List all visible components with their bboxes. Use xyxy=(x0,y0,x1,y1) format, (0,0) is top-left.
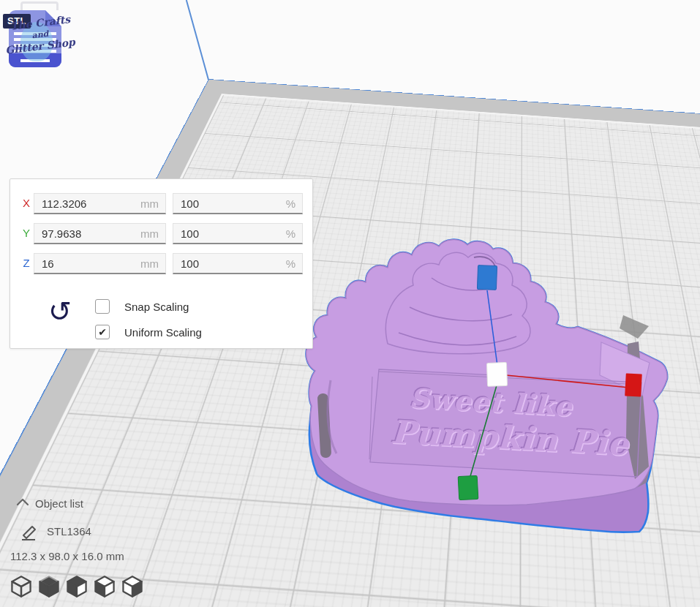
scale-z-mm-unit: mm xyxy=(140,257,159,270)
scale-y-mm-value: 97.9638 xyxy=(42,227,81,240)
scale-y-mm-input[interactable]: 97.9638 mm xyxy=(34,223,166,244)
scale-y-percent-input[interactable]: 100 % xyxy=(173,223,303,244)
scale-handle-y[interactable] xyxy=(458,475,478,499)
scale-row-z: Z 16 mm 100 % xyxy=(10,253,312,274)
scale-x-percent-input[interactable]: 100 % xyxy=(173,193,303,214)
scale-x-mm-input[interactable]: 112.3206 mm xyxy=(34,193,166,214)
scale-z-percent-value: 100 xyxy=(181,257,199,270)
view-left-icon[interactable] xyxy=(94,575,116,598)
scale-y-percent-unit: % xyxy=(286,227,296,240)
pencil-icon xyxy=(20,524,39,541)
axis-y-label: Y xyxy=(21,227,31,239)
scale-z-mm-value: 16 xyxy=(42,257,54,270)
view-top-icon[interactable] xyxy=(66,575,88,598)
object-list-label: Object list xyxy=(35,497,83,510)
scale-handle-center[interactable] xyxy=(486,363,507,387)
scale-x-mm-unit: mm xyxy=(140,197,159,210)
scale-row-x: X 112.3206 mm 100 % xyxy=(10,193,312,214)
uniform-scaling-label: Uniform Scaling xyxy=(124,326,202,339)
uniform-scaling-checkbox[interactable]: ✔ xyxy=(95,325,110,339)
view-front-icon[interactable] xyxy=(38,575,60,598)
viewport-3d[interactable]: Sweet like Sweet like Sweet like Pumpkin… xyxy=(0,0,700,607)
scale-tool-panel: X 112.3206 mm 100 % Y 97.9638 mm 100 % Z xyxy=(10,178,313,349)
object-list-item[interactable]: STL1364 xyxy=(20,524,39,541)
scale-handle-x[interactable] xyxy=(625,373,642,396)
scale-x-percent-value: 100 xyxy=(181,197,199,210)
scale-x-percent-unit: % xyxy=(286,197,296,210)
object-list-toggle[interactable]: Object list xyxy=(16,497,29,506)
scale-y-percent-value: 100 xyxy=(181,227,199,240)
snap-scaling-checkbox[interactable] xyxy=(95,299,110,314)
file-name-label: STL1364 xyxy=(47,525,91,538)
scale-row-y: Y 97.9638 mm 100 % xyxy=(10,223,312,244)
camera-view-toolbar xyxy=(10,575,143,600)
axis-z-label: Z xyxy=(21,257,31,269)
view-right-icon[interactable] xyxy=(121,575,143,598)
view-3d-icon[interactable] xyxy=(10,575,32,598)
scale-z-mm-input[interactable]: 16 mm xyxy=(34,253,166,274)
scale-y-mm-unit: mm xyxy=(140,227,159,240)
chevron-up-icon xyxy=(16,497,29,506)
reset-scale-button[interactable]: ↺ xyxy=(44,295,76,330)
scale-handle-z[interactable] xyxy=(477,265,497,290)
snap-scaling-label: Snap Scaling xyxy=(124,301,189,313)
scale-z-percent-unit: % xyxy=(286,257,296,270)
model-dimensions-label: 112.3 x 98.0 x 16.0 mm xyxy=(10,550,124,562)
scale-z-percent-input[interactable]: 100 % xyxy=(173,253,303,274)
cavity-wall-shadow-tab xyxy=(620,315,649,339)
scale-x-mm-value: 112.3206 xyxy=(42,197,86,210)
axis-x-label: X xyxy=(21,197,31,209)
stl-file-logo: STL The Crafts and Glitter Shop xyxy=(3,1,73,73)
